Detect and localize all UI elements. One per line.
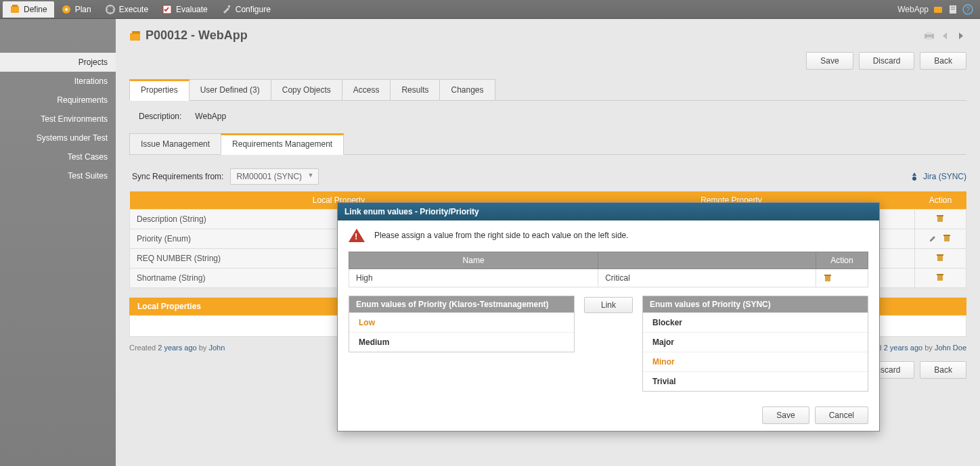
description-value: WebApp bbox=[190, 109, 966, 124]
project-icon bbox=[129, 30, 140, 41]
left-enum-panel: Enum values of Priority (Klaros-Testmana… bbox=[349, 296, 575, 352]
col-action: Action bbox=[915, 191, 966, 210]
tab-changes[interactable]: Changes bbox=[439, 79, 495, 100]
description-label: Description: bbox=[139, 112, 181, 121]
delete-icon[interactable] bbox=[942, 233, 953, 244]
right-panel-title: Enum values of Priority (SYNC) bbox=[643, 296, 868, 312]
svg-text:?: ? bbox=[966, 6, 970, 14]
topnav-label: Plan bbox=[75, 5, 91, 14]
topnav-plan[interactable]: Plan bbox=[54, 1, 98, 18]
enum-item-medium[interactable]: Medium bbox=[349, 332, 574, 352]
page-title: P00012 - WebApp bbox=[146, 28, 248, 43]
link-button[interactable]: Link bbox=[584, 297, 633, 313]
tab-requirements-management[interactable]: Requirements Management bbox=[221, 133, 344, 155]
svg-rect-6 bbox=[228, 5, 230, 7]
main-tabs: Properties User Defined (3) Copy Objects… bbox=[129, 79, 966, 101]
sidebar-requirements[interactable]: Requirements bbox=[0, 91, 116, 110]
svg-rect-22 bbox=[943, 235, 950, 236]
print-icon[interactable] bbox=[923, 30, 934, 41]
svg-rect-20 bbox=[937, 215, 943, 216]
notes-icon[interactable] bbox=[948, 4, 958, 15]
created-info: Created 2 years ago by John bbox=[129, 344, 225, 352]
inner-tabs: Issue Management Requirements Management bbox=[129, 133, 966, 155]
evaluate-icon bbox=[162, 4, 173, 15]
nav-back-icon[interactable] bbox=[939, 30, 950, 41]
remote-system-label: Jira (SYNC) bbox=[910, 172, 966, 181]
delete-icon[interactable] bbox=[823, 273, 861, 283]
edit-icon[interactable] bbox=[929, 233, 939, 244]
topnav-label: Define bbox=[24, 5, 47, 14]
svg-rect-19 bbox=[937, 216, 943, 222]
svg-point-18 bbox=[912, 177, 916, 181]
tab-access[interactable]: Access bbox=[342, 79, 391, 100]
sidebar-test-cases[interactable]: Test Cases bbox=[0, 147, 116, 166]
enum-item-blocker[interactable]: Blocker bbox=[643, 312, 868, 332]
sidebar-iterations[interactable]: Iterations bbox=[0, 72, 116, 91]
tab-properties[interactable]: Properties bbox=[129, 79, 190, 101]
configure-icon bbox=[221, 4, 232, 15]
svg-rect-1 bbox=[12, 5, 18, 7]
mcol-name-left: Name bbox=[349, 252, 598, 269]
back-button[interactable]: Back bbox=[920, 52, 966, 70]
link-enum-modal: Link enum values - Priority/Priority Ple… bbox=[337, 202, 880, 432]
tab-user-defined[interactable]: User Defined (3) bbox=[189, 79, 271, 100]
enum-item-minor[interactable]: Minor bbox=[643, 352, 868, 371]
define-icon bbox=[9, 4, 20, 15]
enum-item-low[interactable]: Low bbox=[349, 312, 574, 332]
svg-rect-25 bbox=[937, 275, 943, 281]
sidebar-projects[interactable]: Projects bbox=[0, 53, 116, 72]
tab-results[interactable]: Results bbox=[390, 79, 440, 100]
plan-icon bbox=[61, 4, 72, 15]
jira-icon bbox=[910, 172, 919, 181]
module-icon[interactable] bbox=[933, 4, 943, 15]
topnav-label: Evaluate bbox=[176, 5, 208, 14]
svg-rect-10 bbox=[951, 9, 955, 9]
svg-rect-16 bbox=[927, 32, 932, 34]
svg-rect-27 bbox=[825, 276, 830, 281]
svg-rect-14 bbox=[132, 31, 140, 34]
warning-icon bbox=[349, 229, 365, 242]
delete-icon[interactable] bbox=[935, 273, 946, 283]
sidebar-test-suites[interactable]: Test Suites bbox=[0, 166, 116, 185]
topnav-label: Configure bbox=[236, 5, 271, 14]
enum-item-major[interactable]: Major bbox=[643, 332, 868, 352]
svg-rect-21 bbox=[944, 236, 950, 241]
topnav-evaluate[interactable]: Evaluate bbox=[155, 1, 215, 18]
sync-select-wrap[interactable]: RM00001 (SYNC) bbox=[230, 168, 319, 185]
tab-copy-objects[interactable]: Copy Objects bbox=[271, 79, 342, 100]
modal-message: Please assign a value from the right sid… bbox=[374, 231, 629, 240]
mcol-action: Action bbox=[816, 252, 868, 269]
help-icon[interactable]: ? bbox=[962, 4, 973, 15]
modal-row: High Critical bbox=[349, 269, 868, 287]
topnav-execute[interactable]: Execute bbox=[98, 1, 155, 18]
save-button[interactable]: Save bbox=[806, 52, 853, 70]
modal-title: Link enum values - Priority/Priority bbox=[338, 203, 879, 220]
svg-rect-28 bbox=[824, 275, 831, 276]
modal-save-button[interactable]: Save bbox=[762, 406, 809, 424]
svg-rect-24 bbox=[937, 254, 943, 256]
sidebar: Projects Iterations Requirements Test En… bbox=[0, 19, 116, 466]
delete-icon[interactable] bbox=[935, 214, 946, 225]
right-enum-panel: Enum values of Priority (SYNC) Blocker M… bbox=[642, 296, 868, 392]
enum-item-trivial[interactable]: Trivial bbox=[643, 371, 868, 391]
delete-icon[interactable] bbox=[935, 253, 946, 264]
modal-cancel-button[interactable]: Cancel bbox=[815, 406, 868, 424]
sidebar-systems-under-test[interactable]: Systems under Test bbox=[0, 129, 116, 147]
sidebar-test-environments[interactable]: Test Environments bbox=[0, 110, 116, 129]
nav-forward-icon[interactable] bbox=[956, 30, 966, 41]
svg-point-3 bbox=[65, 8, 68, 11]
svg-rect-7 bbox=[934, 7, 942, 13]
topnav-configure[interactable]: Configure bbox=[215, 1, 277, 18]
svg-rect-9 bbox=[951, 7, 955, 7]
topnav-label: Execute bbox=[119, 5, 148, 14]
topnav-define[interactable]: Define bbox=[3, 1, 54, 18]
tab-issue-management[interactable]: Issue Management bbox=[129, 133, 221, 154]
svg-rect-0 bbox=[11, 6, 19, 13]
svg-rect-13 bbox=[130, 33, 140, 41]
discard-button[interactable]: Discard bbox=[859, 52, 915, 70]
svg-rect-26 bbox=[937, 274, 943, 275]
sync-select[interactable]: RM00001 (SYNC) bbox=[230, 168, 319, 185]
svg-rect-23 bbox=[937, 256, 943, 261]
sync-label: Sync Requirements from: bbox=[132, 172, 223, 181]
back-button-bottom[interactable]: Back bbox=[920, 361, 966, 379]
